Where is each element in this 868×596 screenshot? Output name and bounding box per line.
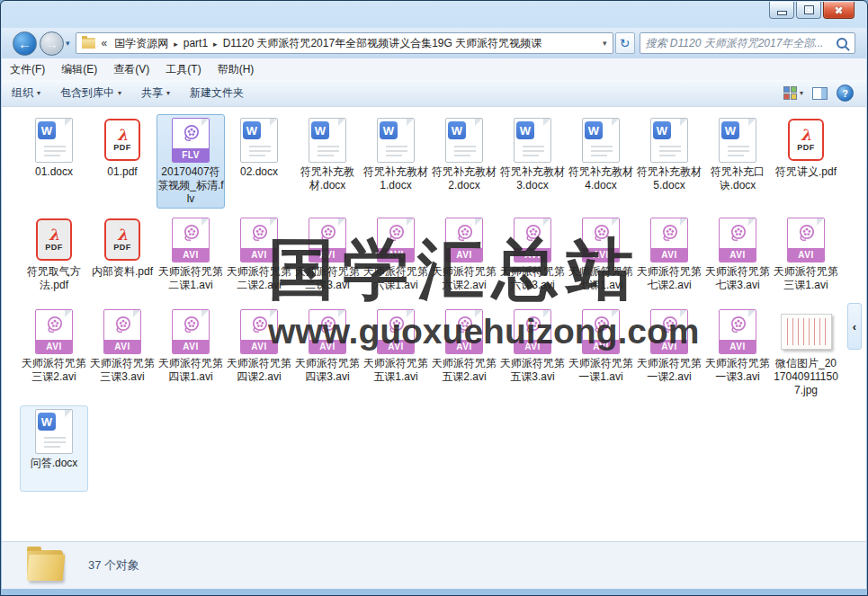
help-button[interactable]: ? bbox=[837, 85, 854, 102]
crumb-separator-icon[interactable]: ▸ bbox=[212, 40, 219, 49]
back-button[interactable]: ← bbox=[13, 31, 37, 56]
format-band: AVI bbox=[651, 248, 687, 262]
avi-file-icon: AVI bbox=[783, 217, 829, 263]
preview-pane-expander[interactable]: ‹ bbox=[847, 303, 862, 350]
file-item[interactable]: AVI 天师派符咒第五课3.avi bbox=[498, 306, 567, 400]
file-item[interactable]: W 符咒补充口诀.docx bbox=[703, 114, 772, 209]
file-item[interactable]: AVI 天师派符咒第七课2.avi bbox=[635, 214, 703, 300]
avi-file-icon: AVI bbox=[509, 308, 556, 355]
menu-bar: 文件(F)编辑(E)查看(V)工具(T)帮助(H) bbox=[2, 58, 866, 80]
avi-file-icon: AVI bbox=[167, 217, 214, 263]
avi-file-icon: AVI bbox=[167, 308, 214, 355]
address-dropdown-icon[interactable]: ▾ bbox=[599, 39, 611, 48]
menu-item[interactable]: 帮助(H) bbox=[210, 62, 263, 77]
format-band: AVI bbox=[446, 248, 482, 262]
file-name: 天师派符咒第四课2.avi bbox=[226, 357, 292, 384]
explorer-window: ← → ▾ « 国学资源网▸part1▸D1120 天师派符咒2017年全部视频… bbox=[0, 0, 868, 596]
docx-file-icon: W bbox=[509, 117, 556, 164]
restore-icon bbox=[804, 5, 814, 14]
search-box[interactable]: 搜索 D1120 天师派符咒2017年全部... bbox=[640, 32, 855, 54]
file-name: 天师派符咒第六课3.avi bbox=[499, 265, 566, 292]
chevron-left-icon: ‹ bbox=[853, 320, 856, 334]
file-item[interactable]: W 02.docx bbox=[225, 114, 293, 209]
format-band: AVI bbox=[720, 248, 756, 262]
change-view-button[interactable]: ▾ bbox=[783, 86, 803, 100]
file-item[interactable]: AVI 天师派符咒第一课2.avi bbox=[635, 306, 703, 400]
format-band: AVI bbox=[788, 248, 824, 262]
file-item[interactable]: AVI 天师派符咒第五课1.avi bbox=[362, 306, 430, 400]
file-item[interactable]: W 01.docx bbox=[20, 114, 88, 209]
file-item[interactable]: W 符咒补充教材3.docx bbox=[498, 114, 567, 209]
file-item[interactable]: AVI 天师派符咒第七课1.avi bbox=[567, 214, 635, 300]
avi-file-icon: AVI bbox=[577, 217, 624, 263]
file-item[interactable]: 微信图片_20170409111507.jpg bbox=[772, 306, 840, 400]
file-item[interactable]: λPDF 内部资料.pdf bbox=[88, 214, 157, 300]
file-item[interactable]: W 问答.docx bbox=[20, 405, 88, 492]
menu-item[interactable]: 查看(V) bbox=[105, 62, 157, 77]
breadcrumb-overflow[interactable]: « bbox=[99, 37, 111, 49]
file-item[interactable]: W 符咒补充教材4.docx bbox=[567, 114, 635, 209]
file-item[interactable]: λPDF 符咒讲义.pdf bbox=[772, 114, 840, 209]
toolbar-button[interactable]: 共享▾ bbox=[131, 85, 180, 101]
file-item[interactable]: AVI 天师派符咒第三课2.avi bbox=[20, 306, 88, 400]
file-item[interactable]: AVI 天师派符咒第三课1.avi bbox=[772, 214, 840, 300]
toolbar-button[interactable]: 新建文件夹 bbox=[180, 85, 254, 101]
file-item[interactable]: λPDF 符咒取气方法.pdf bbox=[20, 214, 88, 300]
forward-button[interactable]: → bbox=[40, 31, 64, 56]
file-item[interactable]: AVI 天师派符咒第三课3.avi bbox=[88, 306, 157, 400]
toolbar-right: ▾ ? bbox=[783, 85, 854, 102]
preview-pane-button[interactable] bbox=[812, 87, 828, 100]
avi-file-icon: AVI bbox=[31, 308, 77, 355]
file-item[interactable]: AVI 天师派符咒第四课2.avi bbox=[225, 306, 293, 400]
refresh-icon: ↻ bbox=[620, 36, 631, 50]
file-item[interactable]: AVI 天师派符咒第一课3.avi bbox=[703, 306, 772, 400]
file-item[interactable]: AVI 天师派符咒第七课3.avi bbox=[703, 214, 772, 300]
file-name: 天师派符咒第四课1.avi bbox=[157, 357, 224, 384]
file-name: 符咒补充教材5.docx bbox=[636, 165, 702, 192]
menu-item[interactable]: 工具(T) bbox=[157, 62, 209, 77]
file-item[interactable]: AVI 天师派符咒第二课1.avi bbox=[157, 214, 225, 300]
file-item[interactable]: AVI 天师派符咒第六课3.avi bbox=[498, 214, 567, 300]
file-item[interactable]: AVI 天师派符咒第四课1.avi bbox=[157, 306, 225, 400]
file-item[interactable]: AVI 天师派符咒第一课1.avi bbox=[567, 306, 635, 400]
restore-button[interactable] bbox=[796, 2, 821, 19]
file-item[interactable]: AVI 天师派符咒第六课1.avi bbox=[362, 214, 430, 300]
file-item[interactable]: W 符咒补充教材5.docx bbox=[635, 114, 703, 209]
toolbar-button-label: 包含到库中 bbox=[60, 85, 114, 101]
file-item[interactable]: AVI 天师派符咒第四课3.avi bbox=[293, 306, 362, 400]
breadcrumb-item[interactable]: D1120 天师派符咒2017年全部视频讲义合集19G 天师派符咒视频课 bbox=[219, 37, 547, 49]
file-name: 符咒补充教材1.docx bbox=[362, 165, 429, 192]
address-bar[interactable]: « 国学资源网▸part1▸D1120 天师派符咒2017年全部视频讲义合集19… bbox=[76, 32, 613, 54]
docx-file-icon: W bbox=[646, 117, 693, 164]
menu-item[interactable]: 编辑(E) bbox=[53, 62, 105, 77]
flv-file-icon: FLV bbox=[167, 117, 214, 164]
close-button[interactable] bbox=[823, 2, 855, 19]
file-item[interactable]: AVI 天师派符咒第二课3.avi bbox=[293, 214, 362, 300]
file-item[interactable]: AVI 天师派符咒第二课2.avi bbox=[225, 214, 293, 300]
avi-file-icon: AVI bbox=[441, 308, 488, 355]
pdf-glyph-icon: λ bbox=[117, 128, 128, 143]
file-item[interactable]: AVI 天师派符咒第五课2.avi bbox=[430, 306, 498, 400]
menu-item[interactable]: 文件(F) bbox=[2, 62, 53, 77]
search-icon[interactable] bbox=[837, 38, 847, 49]
avi-file-icon: AVI bbox=[577, 308, 624, 355]
file-item[interactable]: W 符咒补充教材.docx bbox=[293, 114, 362, 209]
history-dropdown-icon[interactable]: ▾ bbox=[66, 39, 70, 48]
minimize-button[interactable] bbox=[769, 2, 794, 19]
file-name: 天师派符咒第三课1.avi bbox=[773, 265, 839, 292]
file-item[interactable]: W 符咒补充教材1.docx bbox=[362, 114, 430, 209]
docx-file-icon: W bbox=[304, 117, 351, 164]
refresh-button[interactable]: ↻ bbox=[615, 32, 635, 54]
breadcrumb-item[interactable]: part1 bbox=[179, 37, 212, 49]
toolbar-button[interactable]: 组织▾ bbox=[2, 85, 50, 101]
file-item[interactable]: AVI 天师派符咒第六课2.avi bbox=[430, 214, 498, 300]
breadcrumb: 国学资源网▸part1▸D1120 天师派符咒2017年全部视频讲义合集19G … bbox=[110, 36, 546, 51]
file-item[interactable]: λPDF 01.pdf bbox=[88, 114, 157, 209]
crumb-separator-icon[interactable]: ▸ bbox=[173, 40, 179, 49]
format-band: AVI bbox=[241, 248, 277, 262]
file-item[interactable]: W 符咒补充教材2.docx bbox=[430, 114, 498, 209]
breadcrumb-item[interactable]: 国学资源网 bbox=[110, 37, 173, 49]
toolbar-button[interactable]: 包含到库中▾ bbox=[50, 85, 131, 101]
file-name: 天师派符咒第六课1.avi bbox=[362, 265, 429, 292]
file-item[interactable]: FLV 20170407符箓视频_标清.flv bbox=[157, 114, 225, 209]
